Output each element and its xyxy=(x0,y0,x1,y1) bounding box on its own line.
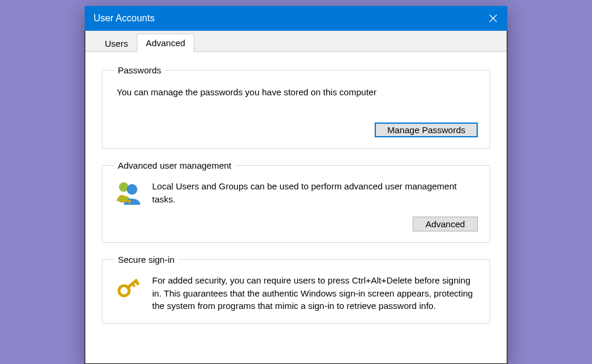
key-icon xyxy=(114,273,143,301)
tab-advanced[interactable]: Advanced xyxy=(137,34,194,52)
secure-signin-desc: For added security, you can require user… xyxy=(152,274,478,313)
advanced-mgmt-desc: Local Users and Groups can be used to pe… xyxy=(152,180,478,206)
passwords-desc: You can manage the passwords you have st… xyxy=(114,85,478,113)
client-area: Users Advanced Passwords You can manage … xyxy=(85,31,507,364)
titlebar: User Accounts xyxy=(85,6,507,31)
users-icon xyxy=(114,179,143,207)
close-button[interactable] xyxy=(479,6,507,31)
group-passwords-legend: Passwords xyxy=(114,65,165,75)
window-title: User Accounts xyxy=(94,13,155,24)
tab-strip: Users Advanced xyxy=(85,31,507,52)
svg-point-3 xyxy=(127,184,137,195)
svg-rect-6 xyxy=(128,200,130,204)
tab-body: Passwords You can manage the passwords y… xyxy=(85,52,507,324)
close-icon xyxy=(489,14,497,22)
group-passwords: Passwords You can manage the passwords y… xyxy=(102,65,490,149)
group-advanced-user-management: Advanced user management xyxy=(102,160,490,243)
user-accounts-window: User Accounts Users Advanced Passwords Y… xyxy=(85,6,507,364)
group-secure-legend: Secure sign-in xyxy=(114,255,178,265)
tab-users[interactable]: Users xyxy=(96,34,137,52)
group-secure-signin: Secure sign-in For added security, xyxy=(102,255,490,324)
advanced-button[interactable]: Advanced xyxy=(413,217,478,231)
group-advanced-legend: Advanced user management xyxy=(114,160,235,170)
manage-passwords-button[interactable]: Manage Passwords xyxy=(375,123,478,137)
